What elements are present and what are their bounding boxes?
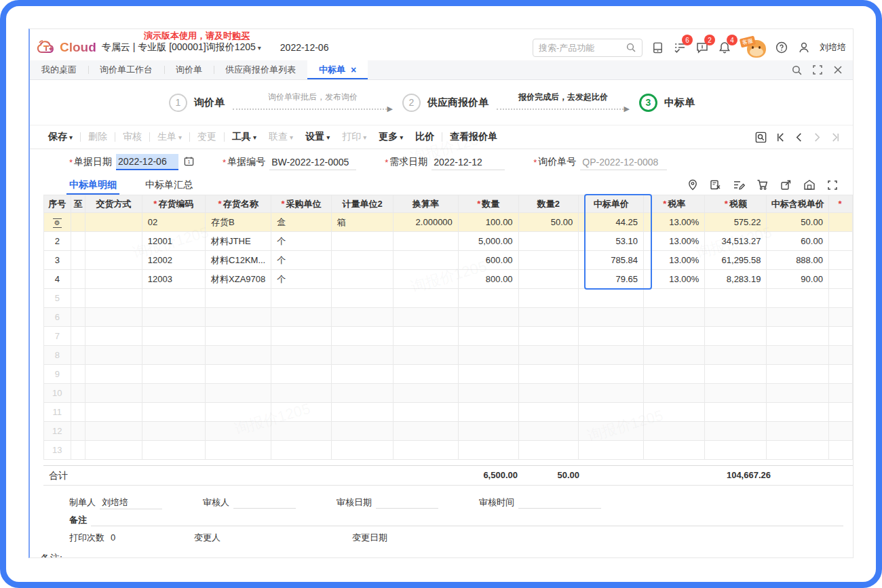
grid-cell[interactable] <box>71 384 85 403</box>
grid-cell[interactable] <box>142 441 205 460</box>
grid-cell[interactable] <box>206 346 271 365</box>
grid-cell[interactable] <box>767 346 829 365</box>
grid-cell[interactable] <box>85 346 142 365</box>
grid-cell[interactable] <box>518 327 579 346</box>
grid-cell[interactable] <box>394 251 459 270</box>
toolbar-button-设置[interactable]: 设置▾ <box>299 131 336 143</box>
location-icon[interactable] <box>687 179 698 191</box>
grid-cell[interactable]: 4 <box>44 270 71 289</box>
grid-cell[interactable] <box>767 308 829 327</box>
grid-cell[interactable] <box>518 384 579 403</box>
column-header-换算率[interactable]: 换算率 <box>394 195 459 213</box>
grid-cell[interactable] <box>518 365 579 384</box>
grid-cell[interactable]: 12002 <box>142 251 205 270</box>
grid-cell[interactable] <box>705 403 767 422</box>
customer-service-mascot[interactable]: 客服 <box>740 37 766 58</box>
grid-cell[interactable] <box>644 308 705 327</box>
grid-cell[interactable]: 12003 <box>142 270 205 289</box>
grid-cell[interactable] <box>828 365 852 384</box>
grid-cell[interactable] <box>331 346 393 365</box>
todo-list-icon[interactable]: 6 <box>673 41 687 54</box>
prev-record-icon[interactable] <box>794 132 804 142</box>
first-record-icon[interactable] <box>775 132 786 142</box>
grid-cell[interactable] <box>71 308 85 327</box>
grid-cell[interactable] <box>828 251 852 270</box>
grid-cell[interactable] <box>458 327 518 346</box>
tab-询价单[interactable]: 询价单 <box>164 60 214 79</box>
toolbar-button-查看报价单[interactable]: 查看报价单 <box>444 131 503 143</box>
grid-cell[interactable] <box>644 327 705 346</box>
column-header-计量单位2[interactable]: 计量单位2 <box>331 195 393 213</box>
grid-cell[interactable] <box>206 384 271 403</box>
grid-cell[interactable] <box>828 327 852 346</box>
tab-询价单工作台[interactable]: 询价单工作台 <box>88 60 164 79</box>
grid-cell[interactable] <box>71 422 85 441</box>
grid-cell[interactable]: 13.00% <box>644 270 705 289</box>
grid-cell[interactable] <box>206 365 271 384</box>
grid-cell[interactable]: 存货B <box>206 213 271 232</box>
grid-cell[interactable] <box>518 251 579 270</box>
column-header-中标含税单价[interactable]: 中标含税单价 <box>767 195 829 213</box>
grid-cell[interactable] <box>828 308 852 327</box>
grid-cell[interactable] <box>271 308 332 327</box>
grid-cell[interactable] <box>705 384 767 403</box>
grid-cell[interactable] <box>85 384 142 403</box>
export-icon[interactable] <box>780 179 792 191</box>
grid-cell[interactable]: 5 <box>44 289 71 308</box>
grid-cell[interactable] <box>142 327 205 346</box>
grid-cell[interactable]: 44.25 <box>579 213 644 232</box>
grid-cell[interactable]: 13.00% <box>644 213 705 232</box>
footer-field-value[interactable]: 刘培培 <box>100 496 162 509</box>
grid-cell[interactable] <box>331 270 393 289</box>
grid-cell[interactable]: ⚙ <box>44 213 71 232</box>
field-value-单据编号[interactable]: BW-2022-12-0005 <box>269 155 356 170</box>
grid-cell[interactable] <box>331 232 393 251</box>
grid-cell[interactable]: 800.00 <box>458 270 518 289</box>
grid-cell[interactable] <box>705 346 767 365</box>
grid-cell[interactable] <box>705 289 767 308</box>
grid-cell[interactable]: 100.00 <box>458 213 518 232</box>
grid-cell[interactable] <box>142 384 205 403</box>
column-header-数量[interactable]: *数量 <box>458 195 518 213</box>
grid-cell[interactable] <box>828 232 852 251</box>
column-header-税额[interactable]: *税额 <box>705 195 767 213</box>
column-header-extra[interactable]: * <box>828 195 852 213</box>
field-value-单据日期[interactable]: 2022-12-06 <box>116 154 178 170</box>
grid-cell[interactable] <box>142 422 205 441</box>
grid-cell[interactable] <box>71 403 85 422</box>
grid-cell[interactable]: 箱 <box>331 213 393 232</box>
grid-cell[interactable]: 7 <box>44 327 71 346</box>
grid-cell[interactable] <box>394 422 459 441</box>
grid-cell[interactable] <box>85 422 142 441</box>
grid-cell[interactable] <box>828 346 852 365</box>
tab-供应商报价单列表[interactable]: 供应商报价单列表 <box>214 60 307 79</box>
grid-cell[interactable] <box>518 289 579 308</box>
footer-field-value[interactable] <box>376 496 438 509</box>
grid-cell[interactable] <box>828 422 852 441</box>
grid-cell[interactable] <box>142 346 205 365</box>
grid-cell[interactable] <box>828 270 852 289</box>
grid-cell[interactable]: 材料C12KM... <box>206 251 271 270</box>
grid-cell[interactable] <box>142 403 205 422</box>
grid-cell[interactable] <box>394 346 459 365</box>
grid-cell[interactable]: 90.00 <box>767 270 829 289</box>
grid-cell[interactable] <box>271 346 332 365</box>
grid-cell[interactable] <box>331 289 393 308</box>
grid-cell[interactable] <box>206 422 271 441</box>
grid-cell[interactable] <box>394 270 459 289</box>
grid-cell[interactable] <box>85 403 142 422</box>
column-header-至[interactable]: 至 <box>71 195 85 213</box>
column-header-交货方式[interactable]: 交货方式 <box>85 195 142 213</box>
grid-fullscreen-icon[interactable] <box>827 180 838 191</box>
grid-cell[interactable] <box>142 308 205 327</box>
grid-cell[interactable] <box>394 365 459 384</box>
grid-cell[interactable] <box>705 441 767 460</box>
grid-cell[interactable]: 34,513.27 <box>705 232 767 251</box>
grid-cell[interactable] <box>579 422 644 441</box>
grid-cell[interactable]: 11 <box>44 403 71 422</box>
column-header-数量2[interactable]: 数量2 <box>518 195 579 213</box>
grid-cell[interactable] <box>331 365 393 384</box>
grid-cell[interactable] <box>85 289 142 308</box>
grid-cell[interactable]: 8 <box>44 346 71 365</box>
grid-cell[interactable]: 个 <box>271 251 332 270</box>
